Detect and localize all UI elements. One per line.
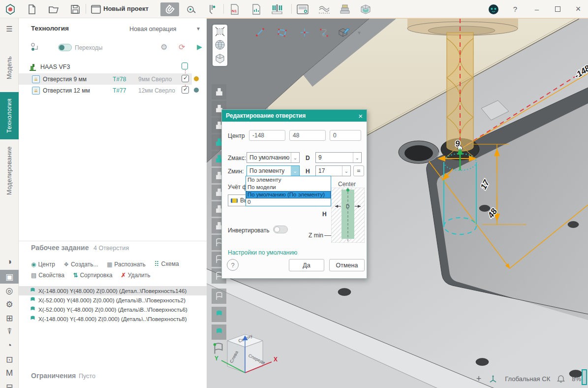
ops-workpiece-button[interactable]	[212, 84, 226, 99]
dropdown-option-highlighted[interactable]: По умолчанию (По элементу)	[246, 191, 331, 198]
gcode-n1-button[interactable]: N1	[228, 3, 241, 15]
stock-cube-button[interactable]	[359, 3, 372, 15]
ok-button[interactable]: Да	[289, 259, 324, 271]
transitions-toggle[interactable]	[58, 44, 72, 51]
assistant-robot-button[interactable]	[487, 3, 500, 15]
worklist-count: 4 Отверстия	[93, 245, 129, 252]
recalculate-icon[interactable]: ⟳	[179, 42, 185, 52]
new-operation-caret-icon[interactable]: ▾	[197, 25, 200, 32]
stack-icon-button[interactable]: ⊟	[0, 380, 19, 388]
add-cs-plus-button[interactable]: +	[476, 374, 482, 384]
globe-view-icon[interactable]	[215, 39, 225, 50]
operation-row-holes12[interactable]: ⇊ Отверстия 12 мм T#77 12мм Сверло	[19, 85, 192, 96]
iso-view-icon[interactable]	[215, 53, 225, 64]
macro-m-icon-button[interactable]: M	[0, 366, 19, 380]
center-x-input[interactable]: -148	[249, 130, 285, 141]
minimize-button[interactable]: –	[529, 2, 544, 16]
gauge-icon-button[interactable]: ◔	[0, 339, 19, 353]
zmin-combo[interactable]: По элементу⌄	[247, 165, 300, 176]
toolbar-separator	[223, 4, 224, 14]
sketch-tools-caret-icon[interactable]: ▾	[352, 26, 366, 39]
schema-icon: ⠿	[154, 260, 159, 268]
line-tool-icon[interactable]	[253, 26, 267, 39]
sketch-edit-icon[interactable]	[337, 26, 351, 39]
run-play-button[interactable]: ▶	[197, 43, 202, 51]
flag-icon	[30, 288, 36, 294]
flag-wire-button[interactable]	[212, 289, 226, 304]
worklist-item[interactable]: X(-52.000) Y(-48.000) Z(0.000) (Деталь\В…	[19, 305, 207, 314]
center-label: Центр	[228, 132, 245, 139]
save-button[interactable]	[69, 3, 82, 15]
workpiece-icon-button[interactable]: ▣	[0, 270, 19, 284]
coordinate-system-icon-button[interactable]: ◑	[0, 255, 19, 269]
maximize-button[interactable]	[550, 2, 565, 16]
height-combo[interactable]: 17⌄	[315, 165, 351, 176]
zmax-combo[interactable]: По умолчанию (⌄	[247, 152, 300, 163]
machining-press-button[interactable]	[339, 3, 351, 15]
defaults-link[interactable]: Настройки по умолчанию	[228, 249, 297, 256]
dropdown-option[interactable]: 0	[246, 198, 331, 206]
drill-tool-icon-button[interactable]: ⍒	[0, 325, 19, 339]
delete-button[interactable]: ✗Удалить	[121, 272, 151, 279]
dialog-titlebar[interactable]: Редактирование отверстия ×	[222, 110, 367, 122]
tab-model[interactable]: Модель	[0, 45, 19, 90]
fixture-icon-button[interactable]: ⊞	[0, 311, 19, 325]
dialog-close-icon[interactable]: ×	[358, 112, 363, 120]
diameter-combo[interactable]: 9⌄	[315, 152, 362, 163]
flag-marked-button[interactable]	[213, 343, 225, 356]
link-chain-icon[interactable]	[182, 63, 188, 69]
operation-checkbox[interactable]	[182, 86, 189, 94]
flag-half-button[interactable]	[212, 324, 226, 340]
worklist-item[interactable]: X(-148.000) Y(-48.000) Z(0.000) (Деталь\…	[19, 314, 207, 323]
properties-button[interactable]: ▤Свойства	[31, 272, 64, 279]
dialog-help-button[interactable]: ?	[227, 259, 239, 271]
new-file-button[interactable]	[26, 3, 38, 15]
open-file-button[interactable]	[47, 3, 60, 15]
help-button[interactable]: ?	[508, 2, 523, 16]
machine-node-label[interactable]: HAAS VF3	[40, 64, 70, 70]
magnet-snap-button[interactable]	[160, 2, 179, 16]
coordinate-system-label[interactable]: Глобальная СК	[505, 375, 550, 383]
new-operation-dropdown[interactable]: Новая операция	[129, 26, 176, 32]
rectangle-tool-icon[interactable]	[276, 26, 289, 39]
notifications-bell-icon[interactable]	[557, 375, 565, 383]
zoom-slider-handle[interactable]	[582, 369, 587, 385]
measure-roller-button[interactable]	[185, 3, 198, 15]
hamburger-menu-button[interactable]: ☰	[0, 22, 19, 36]
report-chart-button[interactable]	[250, 3, 263, 15]
diagram-d-label: D	[346, 204, 349, 209]
polyline-tool-icon[interactable]	[317, 26, 331, 39]
recognize-button[interactable]: ▦Распознать	[107, 261, 146, 268]
invert-toggle[interactable]	[273, 226, 288, 233]
copies-icon-button[interactable]: ⊡	[0, 353, 19, 366]
operation-checkbox[interactable]	[182, 75, 189, 82]
worklist-toolbar-row2: ▤Свойства ⇅Сортировка ✗Удалить	[31, 272, 203, 279]
operations-settings-gear-icon[interactable]: ⚙	[160, 42, 167, 52]
zoom-percent[interactable]: 8%	[572, 375, 581, 383]
dropdown-option[interactable]: По элементу	[246, 176, 331, 184]
equals-button[interactable]: =	[353, 165, 364, 176]
settings-gear-icon-button[interactable]: ⚙	[0, 297, 19, 311]
fit-view-icon[interactable]	[215, 27, 225, 36]
sort-button[interactable]: ⇅Сортировка	[73, 272, 112, 279]
point-tool-icon[interactable]	[298, 26, 311, 39]
worklist-item[interactable]: X(-52.000) Y(48.000) Z(0.000) (Деталь\В.…	[19, 295, 207, 305]
caliper-button[interactable]	[207, 3, 219, 15]
dropdown-option[interactable]: По модели	[246, 184, 331, 191]
cancel-button[interactable]: Отмена	[329, 259, 365, 271]
center-button[interactable]: ◉Центр	[31, 261, 55, 268]
worklist-item[interactable]: X(-148.000) Y(48.000) Z(0.000) (Детал..\…	[19, 286, 207, 295]
flag-teal-button[interactable]	[212, 307, 226, 322]
operation-row-holes9[interactable]: ⇊ Отверстия 9 мм T#78 9мм Сверло	[19, 73, 192, 85]
tools-library-button[interactable]	[271, 3, 283, 15]
schema-button[interactable]: ⠿Схема	[154, 260, 179, 268]
center-y-input[interactable]: 48	[289, 130, 326, 141]
tab-technology[interactable]: Технология	[0, 92, 19, 139]
compass-icon-button[interactable]: ◎	[0, 284, 19, 297]
tab-modeling[interactable]: Моделирование	[0, 141, 19, 200]
create-button[interactable]: ❖Создать...	[63, 261, 98, 268]
close-button[interactable]: ×	[571, 2, 586, 16]
center-z-input[interactable]: 0	[330, 130, 361, 141]
simulation-waves-button[interactable]	[318, 3, 331, 15]
cnc-panel-button[interactable]	[296, 3, 309, 15]
